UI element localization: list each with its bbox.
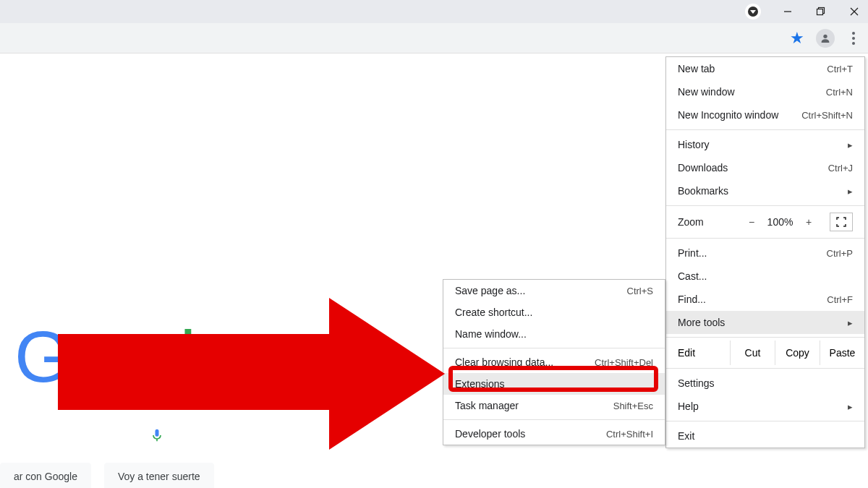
menu-item-label: Bookmarks xyxy=(678,185,728,197)
titlebar-dropdown-icon[interactable] xyxy=(745,4,761,20)
menu-item-shortcut: Ctrl+S xyxy=(627,286,653,296)
menu-item-label: Print... xyxy=(678,247,707,259)
menu-item-shortcut: Ctrl+F xyxy=(827,294,853,305)
menu-item-label: Create shortcut... xyxy=(455,307,532,318)
main-menu-item-help[interactable]: Help▸ xyxy=(666,395,864,418)
menu-item-label: Developer tools xyxy=(455,428,525,440)
menu-item-label: Save page as... xyxy=(455,285,525,296)
minimize-icon[interactable] xyxy=(781,5,794,18)
sub-menu-item-developer-tools[interactable]: Developer toolsCtrl+Shift+I xyxy=(443,423,665,445)
chrome-menu-icon[interactable] xyxy=(846,32,861,45)
menu-zoom-row: Zoom − 100% + xyxy=(666,209,864,235)
sub-menu-item-extensions[interactable]: Extensions xyxy=(443,373,665,395)
main-menu-item-settings[interactable]: Settings xyxy=(666,372,864,395)
menu-item-label: Clear browsing data... xyxy=(455,356,553,368)
menu-item-shortcut: Ctrl+Shift+N xyxy=(801,110,853,121)
main-menu-item-downloads[interactable]: DownloadsCtrl+J xyxy=(666,156,864,179)
main-menu-item-find[interactable]: Find...Ctrl+F xyxy=(666,288,864,311)
menu-item-label: New window xyxy=(678,86,735,98)
chevron-right-icon: ▸ xyxy=(848,140,853,150)
zoom-out-button[interactable]: − xyxy=(743,216,760,228)
sub-menu-item-save-page-as[interactable]: Save page as...Ctrl+S xyxy=(443,280,665,301)
sub-menu-item-clear-browsing-data[interactable]: Clear browsing data...Ctrl+Shift+Del xyxy=(443,351,665,373)
fullscreen-icon[interactable] xyxy=(830,213,853,231)
menu-separator xyxy=(443,348,665,348)
menu-separator xyxy=(666,129,864,130)
menu-item-label: Help xyxy=(678,401,699,412)
chevron-right-icon: ▸ xyxy=(848,186,853,197)
menu-item-shortcut: Ctrl+Shift+I xyxy=(606,429,653,440)
menu-separator xyxy=(666,368,864,369)
main-menu-item-history[interactable]: History▸ xyxy=(666,133,864,156)
menu-item-label: More tools xyxy=(678,317,725,328)
lucky-button[interactable]: Voy a tener suerte xyxy=(104,463,214,488)
menu-item-label: Find... xyxy=(678,294,706,305)
search-button[interactable]: ar con Google xyxy=(0,463,91,488)
main-menu-item-new-incognito-window[interactable]: New Incognito windowCtrl+Shift+N xyxy=(666,103,864,127)
menu-item-shortcut: Ctrl+J xyxy=(828,163,853,174)
google-logo: Google xyxy=(14,315,231,398)
menu-item-shortcut: Ctrl+P xyxy=(827,248,853,259)
menu-edit-row: Edit Cut Copy Paste xyxy=(666,341,864,365)
menu-item-label: Exit xyxy=(678,430,694,442)
restore-icon[interactable] xyxy=(814,5,827,18)
voice-search-icon[interactable] xyxy=(150,428,164,442)
menu-item-label: Cast... xyxy=(678,270,707,282)
sub-menu-item-task-manager[interactable]: Task managerShift+Esc xyxy=(443,395,665,416)
svg-point-5 xyxy=(823,34,827,38)
menu-separator xyxy=(666,337,864,338)
menu-separator xyxy=(666,205,864,206)
menu-item-label: Task manager xyxy=(455,400,519,411)
menu-item-label: Extensions xyxy=(455,378,504,390)
main-menu-item-exit[interactable]: Exit xyxy=(666,424,864,448)
chrome-more-tools-menu[interactable]: Save page as...Ctrl+SCreate shortcut...N… xyxy=(443,279,665,445)
sub-menu-item-name-window[interactable]: Name window... xyxy=(443,323,665,345)
edit-copy[interactable]: Copy xyxy=(775,341,820,365)
main-menu-item-more-tools[interactable]: More tools▸ xyxy=(666,311,864,334)
menu-item-label: New tab xyxy=(678,63,715,74)
main-menu-item-print[interactable]: Print...Ctrl+P xyxy=(666,241,864,265)
edit-cut[interactable]: Cut xyxy=(730,341,775,365)
menu-separator xyxy=(666,238,864,239)
main-menu-item-cast[interactable]: Cast... xyxy=(666,265,864,288)
menu-separator xyxy=(666,421,864,421)
menu-item-label: Name window... xyxy=(455,328,527,340)
svg-rect-2 xyxy=(817,9,823,15)
main-menu-item-new-window[interactable]: New windowCtrl+N xyxy=(666,80,864,103)
menu-separator xyxy=(443,419,665,420)
menu-item-shortcut: Shift+Esc xyxy=(613,401,653,411)
menu-item-shortcut: Ctrl+Shift+Del xyxy=(595,357,653,368)
chevron-right-icon: ▸ xyxy=(848,317,853,328)
menu-item-shortcut: Ctrl+N xyxy=(826,87,853,98)
close-icon[interactable] xyxy=(848,5,861,18)
menu-item-label: History xyxy=(678,139,710,150)
edit-paste[interactable]: Paste xyxy=(820,341,864,365)
menu-item-label: Downloads xyxy=(678,162,728,174)
chevron-right-icon: ▸ xyxy=(848,401,853,412)
profile-avatar-icon[interactable] xyxy=(816,29,835,48)
main-menu-item-bookmarks[interactable]: Bookmarks▸ xyxy=(666,179,864,202)
window-titlebar xyxy=(0,0,868,23)
browser-toolbar: ★ xyxy=(0,23,868,53)
chrome-main-menu[interactable]: New tabCtrl+TNew windowCtrl+NNew Incogni… xyxy=(665,56,865,448)
edit-label: Edit xyxy=(678,347,730,359)
sub-menu-item-create-shortcut[interactable]: Create shortcut... xyxy=(443,301,665,323)
main-menu-item-new-tab[interactable]: New tabCtrl+T xyxy=(666,57,864,80)
bookmark-star-icon[interactable]: ★ xyxy=(790,29,804,48)
zoom-label: Zoom xyxy=(678,216,743,228)
zoom-value: 100% xyxy=(760,216,800,228)
menu-item-shortcut: Ctrl+T xyxy=(827,64,853,74)
menu-item-label: Settings xyxy=(678,377,715,389)
google-buttons: ar con Google Voy a tener suerte xyxy=(0,463,214,488)
menu-item-label: New Incognito window xyxy=(678,109,778,121)
zoom-in-button[interactable]: + xyxy=(800,216,817,228)
